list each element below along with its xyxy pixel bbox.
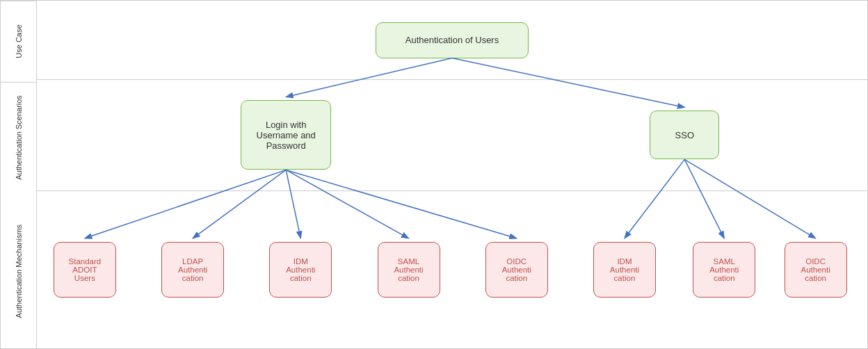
box-mech6: IDM Authenti cation	[593, 242, 656, 298]
label-auth-scenarios: Authentication Scenarios	[1, 82, 36, 193]
box-mech3: IDM Authenti cation	[269, 242, 332, 298]
box-mech7: SAML Authenti cation	[693, 242, 755, 298]
arrows-scenarios	[37, 80, 867, 190]
box-mech1: Standard ADOIT Users	[54, 242, 116, 298]
row-labels: Use Case Authentication Scenarios Authen…	[1, 1, 37, 348]
label-use-case: Use Case	[1, 1, 36, 82]
box-mech4: SAML Authenti cation	[378, 242, 440, 298]
diagram-content: Authentication of Users Login with Usern…	[37, 1, 867, 348]
label-auth-mechanisms: Authentication Mechanisms	[1, 193, 36, 348]
box-mech8: OIDC Authenti cation	[785, 242, 847, 298]
box-sso: SSO	[650, 111, 719, 159]
box-login: Login with Username and Password	[241, 100, 331, 170]
row-auth-scenarios: Login with Username and Password SSO	[37, 80, 867, 190]
diagram-container: Use Case Authentication Scenarios Authen…	[0, 0, 868, 349]
box-mech5: OIDC Authenti cation	[485, 242, 548, 298]
row-auth-mechanisms: Standard ADOIT Users LDAP Authenti catio…	[37, 191, 867, 348]
box-auth-of-users: Authentication of Users	[376, 22, 529, 58]
box-mech2: LDAP Authenti cation	[161, 242, 224, 298]
row-use-case: Authentication of Users	[37, 1, 867, 80]
